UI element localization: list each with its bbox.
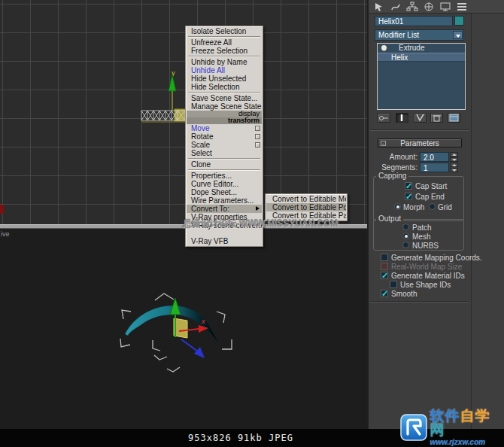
menu-item-unhide-all[interactable]: Unhide All	[187, 66, 262, 74]
menu-item-save-scene-state[interactable]: Save Scene State...	[187, 94, 262, 102]
real-world-checkbox	[381, 263, 388, 270]
menu-separator	[188, 36, 260, 38]
menu-item-convert-to[interactable]: Convert To:	[187, 205, 262, 213]
stack-item-extrude[interactable]: Extrude	[378, 44, 465, 53]
menu-separator	[188, 169, 260, 171]
modifier-stack: Extrude Helix	[377, 43, 466, 110]
pin-stack-button[interactable]	[378, 113, 390, 123]
submenu-item-editable-mesh[interactable]: Convert to Editable Mesh	[266, 195, 346, 203]
parameters-rollout-header[interactable]: - Parameters	[378, 138, 462, 147]
menu-item-vray-vfb[interactable]: V-Ray VFB	[187, 237, 262, 245]
quad-menu: Isolate Selection Unfreeze All Freeze Se…	[185, 26, 263, 247]
utilities-tab-icon[interactable]	[456, 2, 469, 12]
menu-item-isolate-selection[interactable]: Isolate Selection	[187, 27, 262, 35]
site-name: 软件自学网	[430, 409, 504, 437]
morph-label[interactable]: Morph	[403, 203, 424, 211]
left-edge-axis-mark	[0, 205, 4, 214]
move-settings-icon[interactable]	[255, 126, 260, 131]
cap-start-label[interactable]: Cap Start	[415, 182, 447, 190]
grid-label[interactable]: Grid	[438, 203, 452, 211]
show-end-result-button[interactable]	[396, 113, 408, 123]
smooth-checkbox[interactable]	[381, 290, 388, 297]
menu-item-properties[interactable]: Properties...	[187, 172, 262, 180]
menu-item-manage-scene-states[interactable]: Manage Scene States...	[187, 102, 262, 111]
display-tab-icon[interactable]	[439, 2, 453, 12]
menu-separator	[188, 56, 260, 57]
menu-item-curve-editor[interactable]: Curve Editor...	[187, 180, 262, 188]
mesh-radio[interactable]	[402, 233, 409, 239]
image-status-text: 953x826 91kb JPEG	[120, 433, 361, 443]
rotate-settings-icon[interactable]	[255, 134, 260, 139]
site-url: www.rjzxw.com	[430, 439, 504, 446]
chevron-down-icon[interactable]	[453, 31, 463, 39]
remove-modifier-button[interactable]	[430, 113, 443, 123]
nurbs-label[interactable]: NURBS	[412, 242, 439, 250]
menu-item-freeze-selection[interactable]: Freeze Selection	[187, 47, 262, 55]
menu-item-rotate[interactable]: Rotate	[187, 132, 262, 141]
patch-label[interactable]: Patch	[412, 224, 432, 232]
viewport-label: ive	[1, 230, 10, 238]
mesh-label[interactable]: Mesh	[412, 233, 430, 241]
menu-item-hide-unselected[interactable]: Hide Unselected	[187, 74, 262, 83]
smooth-label[interactable]: Smooth	[391, 290, 417, 298]
generate-material-label[interactable]: Generate Material IDs	[391, 272, 465, 280]
cap-start-checkbox[interactable]	[405, 182, 412, 190]
use-shape-label[interactable]: Use Shape IDs	[400, 281, 451, 289]
forum-watermark: 思缘设计论坛 WWW.MISSYUAN.COM	[183, 217, 356, 230]
real-world-label: Real-World Map Size	[391, 263, 462, 271]
motion-tab-icon[interactable]	[423, 2, 436, 12]
amount-label: Amount:	[376, 153, 417, 161]
hierarchy-tab-icon[interactable]	[406, 2, 420, 12]
menu-item-move[interactable]: Move	[187, 124, 262, 132]
viewport-front[interactable]: y	[0, 0, 367, 224]
helix-scene: x	[0, 229, 367, 429]
menu-item-unfreeze-all[interactable]: Unfreeze All	[187, 38, 262, 47]
panel-empty-strip	[471, 14, 504, 429]
menu-item-unhide-by-name[interactable]: Unhide by Name	[187, 58, 262, 66]
axis-label-x: x	[201, 318, 205, 325]
nurbs-radio[interactable]	[402, 242, 409, 248]
stack-item-helix[interactable]: Helix	[378, 53, 465, 62]
cap-end-checkbox[interactable]	[405, 193, 412, 200]
menu-item-scale[interactable]: Scale	[187, 141, 262, 149]
menu-item-clone[interactable]: Clone	[187, 160, 262, 169]
gizmo-z-axis[interactable]	[181, 339, 199, 352]
quad-title-transform: transform	[187, 117, 262, 124]
screenshot-root: y ive	[0, 0, 504, 447]
menu-item-dope-sheet[interactable]: Dope Sheet...	[187, 188, 262, 196]
amount-field[interactable]: 2.0	[420, 152, 449, 162]
grid-radio[interactable]	[429, 203, 436, 210]
object-name-field[interactable]: Helix01	[375, 16, 453, 26]
morph-radio[interactable]	[394, 203, 401, 210]
y-axis-arrow	[169, 74, 176, 91]
segments-label: Segments:	[376, 163, 417, 172]
menu-item-select[interactable]: Select	[187, 149, 262, 157]
lightbulb-icon[interactable]	[381, 45, 387, 50]
generate-mapping-checkbox[interactable]	[381, 254, 388, 261]
submenu-arrow-icon	[256, 206, 260, 211]
modify-tab-icon[interactable]	[390, 2, 403, 12]
make-unique-button[interactable]	[414, 113, 427, 123]
viewport-perspective[interactable]: x	[0, 229, 367, 429]
use-shape-checkbox[interactable]	[390, 281, 397, 288]
menu-item-wire-parameters[interactable]: Wire Parameters...	[187, 196, 262, 205]
segments-spinner[interactable]	[450, 163, 458, 172]
menu-item-hide-selection[interactable]: Hide Selection	[187, 83, 262, 91]
site-logo-icon	[399, 413, 427, 442]
modifier-list-dropdown[interactable]: Modifier List	[375, 29, 464, 41]
collapse-icon[interactable]: -	[381, 141, 386, 146]
generate-material-checkbox[interactable]	[381, 272, 388, 279]
output-group-label: Output	[376, 215, 403, 223]
panel-divider	[370, 301, 469, 303]
configure-modifier-sets-button[interactable]	[448, 113, 460, 123]
object-color-swatch[interactable]	[454, 16, 464, 26]
generate-mapping-label[interactable]: Generate Mapping Coords.	[391, 254, 482, 262]
amount-spinner[interactable]	[450, 152, 458, 162]
cap-end-label[interactable]: Cap End	[415, 193, 445, 201]
menu-separator	[188, 158, 260, 160]
scale-settings-icon[interactable]	[255, 142, 260, 147]
patch-radio[interactable]	[402, 224, 409, 230]
create-tab-icon[interactable]	[373, 2, 387, 12]
segments-field[interactable]: 1	[420, 163, 449, 172]
submenu-item-editable-poly[interactable]: Convert to Editable Poly	[266, 203, 346, 211]
